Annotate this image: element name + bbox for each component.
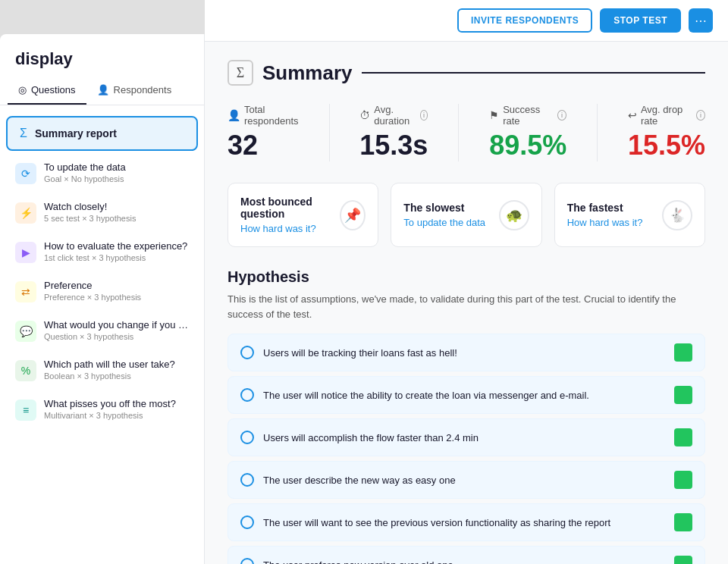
hypothesis-circle-0 xyxy=(240,346,254,359)
stat-avg-duration: ⏱ Avg. duration i 15.3s xyxy=(359,104,428,161)
preference-sub: Preference × 3 hypothesis xyxy=(44,293,189,302)
sidebar-item-to-update[interactable]: ⟳ To update the data Goal × No hypothesi… xyxy=(3,154,201,192)
hypothesis-item-1[interactable]: The user will notice the ability to crea… xyxy=(228,376,705,414)
hypothesis-circle-3 xyxy=(240,473,254,487)
stat-total-respondents: 👤 Total respondents 32 xyxy=(228,104,299,161)
evaluate-sub: 1st click test × 3 hypothesis xyxy=(44,253,189,262)
clock-icon: ⏱ xyxy=(359,109,370,121)
sidebar-item-preference[interactable]: ⇄ Preference Preference × 3 hypothesis xyxy=(3,272,201,310)
sidebar-item-summary[interactable]: Σ Summary report xyxy=(6,116,198,151)
sidebar-item-evaluate[interactable]: ▶ How to evaluate the experience? 1st cl… xyxy=(3,233,201,271)
card-fastest: The fastest How hard was it? 🐇 xyxy=(554,183,705,247)
avg-drop-info-icon[interactable]: i xyxy=(696,110,705,121)
tabs-row: ◎ Questions 👤 Respondents xyxy=(0,77,204,105)
hypothesis-title: Hypothesis xyxy=(228,268,705,286)
watch-closely-title: Watch closely! xyxy=(44,201,189,212)
hypothesis-badge-4 xyxy=(674,513,692,531)
path-sub: Boolean × 3 hypothesis xyxy=(44,371,189,381)
hypothesis-badge-1 xyxy=(674,386,692,404)
stat-divider-2 xyxy=(458,104,459,161)
card-fastest-icon: 🐇 xyxy=(662,200,692,230)
left-panel: display ◎ Questions 👤 Respondents Σ Summ… xyxy=(0,34,205,564)
path-title: Which path will the user take? xyxy=(44,359,189,370)
hypothesis-circle-5 xyxy=(240,558,254,564)
stats-row: 👤 Total respondents 32 ⏱ Avg. duration i… xyxy=(228,104,705,161)
tab-questions[interactable]: ◎ Questions xyxy=(8,77,86,105)
hypothesis-list: Users will be tracking their loans fast … xyxy=(228,334,705,564)
stop-test-button[interactable]: STOP TEST xyxy=(600,8,681,33)
to-update-title: To update the data xyxy=(44,161,189,173)
sidebar-item-pisses[interactable]: ≡ What pisses you off the most? Multivar… xyxy=(3,390,201,428)
total-respondents-value: 32 xyxy=(228,130,299,161)
card-slowest: The slowest To update the data 🐢 xyxy=(391,183,541,247)
section-title: Summary xyxy=(262,61,353,85)
hypothesis-item-0[interactable]: Users will be tracking their loans fast … xyxy=(228,334,705,371)
tab-respondents[interactable]: 👤 Respondents xyxy=(86,77,183,105)
top-bar: INVITE RESPONDENTS STOP TEST ⋯ xyxy=(205,0,728,42)
sidebar-item-change[interactable]: 💬 What would you change if you c... Ques… xyxy=(3,312,201,349)
stat-divider-3 xyxy=(597,104,598,161)
change-sub: Question × 3 hypothesis xyxy=(44,332,189,341)
evaluate-icon: ▶ xyxy=(15,242,36,263)
card-fastest-title: The fastest xyxy=(567,202,643,214)
drop-icon: ↩ xyxy=(628,109,637,121)
hypothesis-badge-0 xyxy=(674,343,692,362)
hypothesis-text-5: The user preferes new version over old o… xyxy=(263,559,665,565)
avg-duration-value: 15.3s xyxy=(359,130,428,161)
evaluate-title: How to evaluate the experience? xyxy=(44,240,189,252)
more-button[interactable]: ⋯ xyxy=(689,8,713,33)
path-icon: % xyxy=(15,360,36,381)
hypothesis-text-0: Users will be tracking their loans fast … xyxy=(263,347,665,359)
app-title: display xyxy=(0,34,204,77)
avg-drop-rate-value: 15.5% xyxy=(628,130,705,161)
sigma-sidebar-icon: Σ xyxy=(20,127,27,140)
hypothesis-item-5[interactable]: The user preferes new version over old o… xyxy=(228,546,705,564)
section-header: Σ Summary xyxy=(228,60,705,86)
change-icon: 💬 xyxy=(15,321,36,342)
change-title: What would you change if you c... xyxy=(44,319,189,331)
questions-icon: ◎ xyxy=(18,84,27,96)
hypothesis-badge-2 xyxy=(674,428,692,446)
pisses-sub: Multivariant × 3 hypothesis xyxy=(44,411,189,420)
card-slowest-icon: 🐢 xyxy=(499,200,529,230)
hypothesis-section: Hypothesis This is the list of assumptio… xyxy=(228,268,705,564)
more-icon: ⋯ xyxy=(695,14,707,28)
pisses-icon: ≡ xyxy=(15,400,36,421)
card-most-bounced-title: Most bounced question xyxy=(240,196,340,220)
stat-divider-1 xyxy=(329,104,330,161)
card-most-bounced-link[interactable]: How hard was it? xyxy=(240,223,340,234)
hypothesis-circle-1 xyxy=(240,388,254,402)
preference-title: Preference xyxy=(44,280,189,291)
avg-duration-info-icon[interactable]: i xyxy=(420,110,428,121)
hypothesis-item-3[interactable]: The user describe the new way as easy on… xyxy=(228,461,705,499)
hypothesis-badge-3 xyxy=(674,471,692,489)
card-fastest-link[interactable]: How hard was it? xyxy=(567,217,643,228)
watch-closely-icon: ⚡ xyxy=(15,202,36,224)
right-panel: INVITE RESPONDENTS STOP TEST ⋯ Σ Summary… xyxy=(205,0,728,564)
hypothesis-circle-2 xyxy=(240,431,254,444)
sidebar-item-watch-closely[interactable]: ⚡ Watch closely! 5 sec test × 3 hypothes… xyxy=(3,193,201,231)
card-most-bounced-icon: 📌 xyxy=(340,200,366,230)
preference-icon: ⇄ xyxy=(15,281,36,302)
pisses-title: What pisses you off the most? xyxy=(44,398,189,409)
card-most-bounced: Most bounced question How hard was it? 📌 xyxy=(228,183,378,247)
hypothesis-item-4[interactable]: The user will want to see the previous v… xyxy=(228,503,705,541)
title-line xyxy=(362,72,706,74)
person-icon: 👤 xyxy=(228,109,240,121)
card-slowest-link[interactable]: To update the data xyxy=(403,217,485,228)
hypothesis-badge-5 xyxy=(674,556,692,564)
sidebar-item-path[interactable]: % Which path will the user take? Boolean… xyxy=(3,351,201,389)
hypothesis-circle-4 xyxy=(240,515,254,529)
main-content: Σ Summary 👤 Total respondents 32 ⏱ Avg. … xyxy=(205,42,728,564)
hypothesis-text-4: The user will want to see the previous v… xyxy=(263,517,665,528)
hypothesis-description: This is the list of assumptions, we've m… xyxy=(228,292,705,321)
stat-avg-drop-rate: ↩ Avg. drop rate i 15.5% xyxy=(628,104,705,161)
watch-closely-sub: 5 sec test × 3 hypothesis xyxy=(44,214,189,223)
success-rate-info-icon[interactable]: i xyxy=(557,110,567,121)
summary-report-label: Summary report xyxy=(35,127,117,139)
success-rate-value: 89.5% xyxy=(489,130,566,161)
invite-respondents-button[interactable]: INVITE RESPONDENTS xyxy=(457,8,592,33)
hypothesis-item-2[interactable]: Users will accomplish the flow faster th… xyxy=(228,418,705,456)
hypothesis-text-2: Users will accomplish the flow faster th… xyxy=(263,432,665,443)
stat-success-rate: ⚑ Success rate i 89.5% xyxy=(489,104,566,161)
